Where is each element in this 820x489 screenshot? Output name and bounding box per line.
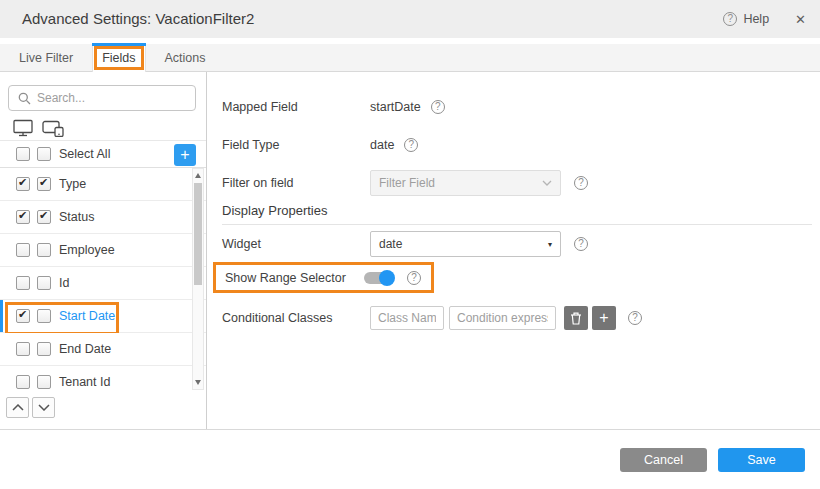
field-label: Start Date <box>59 309 115 323</box>
mapped-field-label: Mapped Field <box>222 100 370 114</box>
mobile-checkbox[interactable] <box>37 342 51 356</box>
scrollbar-thumb[interactable] <box>194 183 202 285</box>
mobile-checkbox[interactable] <box>37 276 51 290</box>
filter-field-value: Filter Field <box>379 176 435 190</box>
save-button[interactable]: Save <box>718 448 805 472</box>
scroll-down-icon[interactable] <box>195 380 201 385</box>
mobile-checkbox[interactable] <box>37 375 51 389</box>
search-box[interactable] <box>8 85 196 111</box>
web-checkbox[interactable] <box>16 243 30 257</box>
filter-field-select: Filter Field <box>370 170 561 196</box>
help-link[interactable]: Help <box>743 12 769 26</box>
class-name-input[interactable] <box>370 306 444 330</box>
delete-condition-button[interactable] <box>564 306 588 330</box>
field-type-row: Field Type date ? <box>222 133 418 157</box>
field-type-label: Field Type <box>222 138 370 152</box>
field-label: Employee <box>59 243 115 257</box>
help-icon[interactable]: ? <box>723 12 737 26</box>
cancel-button[interactable]: Cancel <box>620 448 707 472</box>
select-all-mobile-checkbox[interactable] <box>37 147 51 161</box>
web-checkbox[interactable] <box>16 342 30 356</box>
close-icon[interactable]: ✕ <box>795 12 806 27</box>
field-row[interactable]: End Date <box>0 333 206 366</box>
web-checkbox[interactable] <box>16 375 30 389</box>
mobile-devices-icon[interactable] <box>42 120 65 137</box>
show-range-selector-label: Show Range Selector <box>225 271 364 285</box>
field-label: Type <box>59 177 86 191</box>
field-row[interactable]: Type <box>0 168 206 201</box>
tab-label: Fields <box>94 46 143 70</box>
show-range-selector-toggle[interactable] <box>364 272 393 284</box>
tab-fields[interactable]: Fields <box>92 44 145 72</box>
advanced-settings-dialog: Advanced Settings: VacationFilter2 ? Hel… <box>0 0 820 489</box>
help-icon[interactable]: ? <box>628 311 642 325</box>
field-row[interactable]: Start Date <box>0 300 206 333</box>
select-all-row: Select All + <box>0 140 206 168</box>
trash-icon <box>570 312 582 325</box>
page-title: Advanced Settings: VacationFilter2 <box>22 10 254 27</box>
fields-sidebar: Select All + Type Status Employee Id Sta… <box>0 72 207 429</box>
field-label: End Date <box>59 342 111 356</box>
field-type-value: date <box>370 138 394 152</box>
dialog-footer: Cancel Save <box>0 429 820 489</box>
field-row[interactable]: Employee <box>0 234 206 267</box>
web-checkbox[interactable] <box>16 276 30 290</box>
help-icon[interactable]: ? <box>431 100 445 114</box>
tab-label: Actions <box>165 51 206 65</box>
field-label: Id <box>59 276 69 290</box>
field-label: Status <box>59 210 94 224</box>
add-field-button[interactable]: + <box>174 144 196 166</box>
web-checkbox[interactable] <box>16 210 30 224</box>
chevron-up-icon <box>12 404 24 411</box>
mobile-checkbox[interactable] <box>37 243 51 257</box>
mapped-field-value: startDate <box>370 100 421 114</box>
widget-select[interactable]: date ▾ <box>370 231 561 257</box>
web-checkbox[interactable] <box>16 177 30 191</box>
desktop-icon[interactable] <box>13 119 33 137</box>
select-all-label: Select All <box>59 147 110 161</box>
show-range-selector-row: Show Range Selector ? <box>213 262 434 293</box>
help-icon[interactable]: ? <box>574 237 588 251</box>
conditional-classes-row: Conditional Classes + ? <box>222 306 642 330</box>
scroll-up-icon[interactable] <box>195 173 201 178</box>
mapped-field-row: Mapped Field startDate ? <box>222 95 445 119</box>
move-down-button[interactable] <box>32 397 55 418</box>
field-label: Tenant Id <box>59 375 110 389</box>
conditional-classes-label: Conditional Classes <box>222 311 370 325</box>
mobile-checkbox[interactable] <box>37 210 51 224</box>
tab-live-filter[interactable]: Live Filter <box>0 44 92 71</box>
chevron-down-icon <box>542 180 552 186</box>
chevron-down-icon <box>38 404 50 411</box>
field-row[interactable]: Id <box>0 267 206 300</box>
titlebar: Advanced Settings: VacationFilter2 ? Hel… <box>0 0 820 38</box>
field-list: Type Status Employee Id Start Date End D… <box>0 168 206 394</box>
search-input[interactable] <box>31 91 195 105</box>
widget-value: date <box>379 237 402 251</box>
device-toggle-row <box>13 116 65 140</box>
tab-actions[interactable]: Actions <box>146 44 225 71</box>
condition-expression-input[interactable] <box>449 306 556 330</box>
dropdown-arrow-icon: ▾ <box>548 240 552 249</box>
move-up-button[interactable] <box>6 397 29 418</box>
filter-on-field-row: Filter on field Filter Field ? <box>222 170 588 196</box>
field-row[interactable]: Status <box>0 201 206 234</box>
widget-label: Widget <box>222 237 370 251</box>
tab-label: Live Filter <box>19 51 73 65</box>
widget-row: Widget date ▾ ? <box>222 231 588 257</box>
web-checkbox[interactable] <box>16 309 30 323</box>
filter-on-field-label: Filter on field <box>222 176 370 190</box>
mobile-checkbox[interactable] <box>37 177 51 191</box>
select-all-web-checkbox[interactable] <box>16 147 30 161</box>
display-properties-heading: Display Properties <box>222 203 812 225</box>
field-settings-panel: Mapped Field startDate ? Field Type date… <box>208 72 820 429</box>
help-icon[interactable]: ? <box>404 138 418 152</box>
search-icon <box>18 92 31 105</box>
help-icon[interactable]: ? <box>407 271 421 285</box>
tab-bar: Live Filter Fields Actions <box>0 44 820 72</box>
list-scrollbar[interactable] <box>192 168 204 390</box>
field-row[interactable]: Tenant Id <box>0 366 206 394</box>
help-icon[interactable]: ? <box>574 176 588 190</box>
mobile-checkbox[interactable] <box>37 309 51 323</box>
add-condition-button[interactable]: + <box>592 306 616 330</box>
reorder-buttons <box>6 397 55 418</box>
